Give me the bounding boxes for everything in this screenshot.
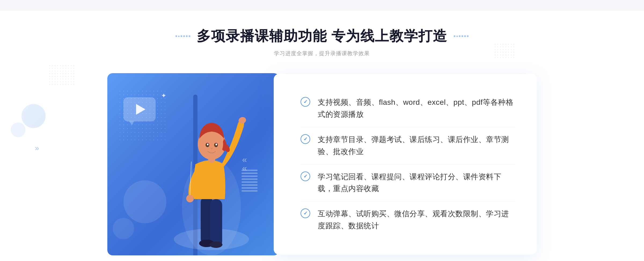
sparkle-icon: ✦ — [161, 92, 166, 99]
svg-point-6 — [186, 195, 194, 202]
main-title: 多项录播课辅助功能 专为线上教学打造 — [197, 27, 447, 46]
check-circle-3: ✓ — [301, 171, 310, 181]
features-card: ✓ 支持视频、音频、flash、word、excel、ppt、pdf等各种格式的… — [274, 74, 537, 254]
feature-item-3: ✓ 学习笔记回看、课程提问、课程评论打分、课件资料下载，重点内容收藏 — [301, 164, 515, 202]
content-section: ✦ «« — [107, 73, 537, 255]
side-circle-blue — [21, 104, 46, 128]
illustration-card: ✦ «« — [107, 73, 279, 255]
svg-point-14 — [215, 144, 217, 146]
title-row: 多项录播课辅助功能 专为线上教学打造 — [175, 27, 469, 46]
side-circle-light — [11, 122, 25, 137]
feature-text-4: 互动弹幕、试听购买、微信分享、观看次数限制、学习进度跟踪、数据统计 — [318, 208, 515, 232]
feature-item-1: ✓ 支持视频、音频、flash、word、excel、ppt、pdf等各种格式的… — [301, 90, 515, 127]
feature-item-2: ✓ 支持章节目录、弹题考试、课后练习、课后作业、章节测验、批改作业 — [301, 127, 515, 164]
arrow-left-icon: » — [35, 144, 39, 152]
title-deco-left — [175, 35, 190, 37]
dots-decoration-right — [494, 43, 515, 59]
feature-text-3: 学习笔记回看、课程提问、课程评论打分、课件资料下载，重点内容收藏 — [318, 171, 515, 195]
svg-rect-3 — [210, 199, 222, 247]
check-circle-2: ✓ — [301, 134, 310, 144]
check-icon-2: ✓ — [303, 137, 308, 141]
feature-text-2: 支持章节目录、弹题考试、课后练习、课后作业、章节测验、批改作业 — [318, 134, 515, 158]
circle-light-2 — [113, 218, 134, 239]
feature-item-4: ✓ 互动弹幕、试听购买、微信分享、观看次数限制、学习进度跟踪、数据统计 — [301, 201, 515, 238]
check-icon-4: ✓ — [303, 211, 308, 216]
check-icon-1: ✓ — [303, 99, 308, 104]
play-triangle-icon — [136, 104, 145, 115]
subtitle: 学习进度全掌握，提升录播课教学效果 — [175, 50, 469, 57]
title-deco-right — [454, 35, 469, 37]
svg-point-5 — [210, 241, 222, 248]
svg-point-13 — [207, 144, 208, 146]
feature-text-1: 支持视频、音频、flash、word、excel、ppt、pdf等各种格式的资源… — [318, 96, 515, 121]
check-circle-4: ✓ — [301, 208, 310, 218]
dots-decoration-left — [48, 64, 75, 86]
check-icon-3: ✓ — [303, 174, 308, 179]
header-section: 多项录播课辅助功能 专为线上教学打造 学习进度全掌握，提升录播课教学效果 — [175, 27, 469, 57]
circle-light-1 — [123, 180, 166, 223]
play-bubble — [123, 97, 156, 121]
person-illustration — [166, 100, 257, 255]
page-wrapper: » 多项录播课辅助功能 专为线上教学打造 学习进度全掌握，提升录播课教学效果 — [0, 11, 644, 261]
check-circle-1: ✓ — [301, 97, 310, 107]
